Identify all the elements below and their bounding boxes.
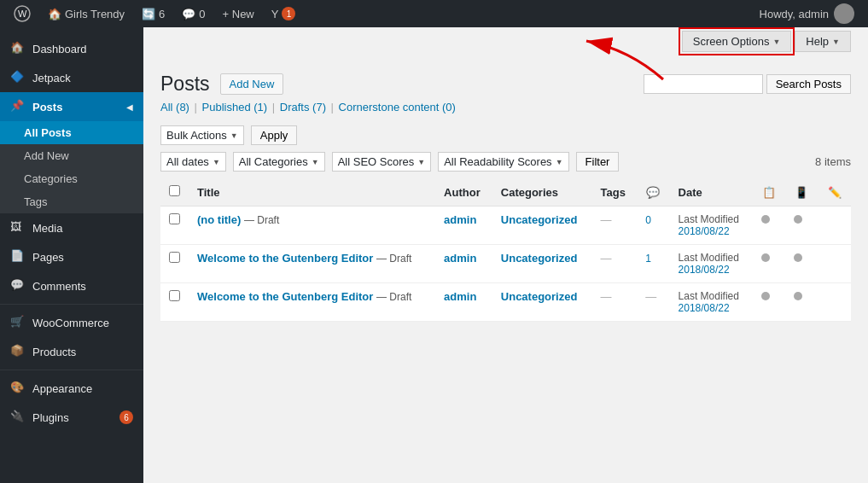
sidebar-item-posts[interactable]: 📌 Posts ◀ <box>0 92 143 121</box>
author-cell: admin <box>435 207 492 245</box>
search-posts-button[interactable]: Search Posts <box>766 74 851 94</box>
post-title-link[interactable]: (no title) <box>197 213 241 226</box>
yoast-item[interactable]: Y 1 <box>265 0 303 27</box>
date-label: Last Modified <box>679 213 739 225</box>
wp-logo[interactable]: W <box>7 0 38 27</box>
add-new-label: Add New <box>24 149 69 162</box>
filter-cornerstone[interactable]: Cornerstone content (0) <box>339 101 456 113</box>
dates-caret: ▼ <box>213 158 220 166</box>
categories-filter[interactable]: All Categories ▼ <box>233 152 325 172</box>
submenu-categories[interactable]: Categories <box>0 167 143 190</box>
post-title-link[interactable]: Welcome to the Gutenberg Editor <box>197 252 373 265</box>
sidebar-item-dashboard[interactable]: 🏠 Dashboard <box>0 34 143 63</box>
comments-item[interactable]: 💬 0 <box>175 0 212 27</box>
row-checkbox-cell <box>160 207 189 245</box>
comments-header: 💬 <box>637 178 669 207</box>
filter-published[interactable]: Published (1) <box>202 101 268 113</box>
screen-options-bar: Screen Options ▼ Help ▼ <box>143 27 868 59</box>
main-layout: 🏠 Dashboard 🔷 Jetpack 📌 Posts ◀ All Post… <box>0 27 868 483</box>
post-status: — Draft <box>244 214 279 226</box>
submenu-all-posts[interactable]: All Posts <box>0 121 143 144</box>
woocommerce-icon: 🛒 <box>10 315 26 330</box>
seo-icon: 📋 <box>762 186 776 199</box>
seo-dot <box>761 292 770 300</box>
sidebar-item-pages[interactable]: 📄 Pages <box>0 242 143 271</box>
sidebar-item-products[interactable]: 📦 Products <box>0 337 143 366</box>
posts-arrow: ◀ <box>126 102 133 112</box>
table-row: Welcome to the Gutenberg Editor — Draft … <box>160 245 851 283</box>
updates-item[interactable]: 🔄 6 <box>135 0 172 27</box>
row-checkbox[interactable] <box>169 290 180 301</box>
edit-icon: ✏️ <box>828 186 842 199</box>
category-link[interactable]: Uncategorized <box>501 252 578 265</box>
title-cell: Welcome to the Gutenberg Editor — Draft <box>189 245 435 283</box>
avatar <box>834 3 854 24</box>
sidebar-item-jetpack[interactable]: 🔷 Jetpack <box>0 63 143 92</box>
comment-bubble-icon: 💬 <box>646 186 660 199</box>
dates-filter[interactable]: All dates ▼ <box>160 152 226 172</box>
category-link[interactable]: Uncategorized <box>501 213 578 226</box>
comment-count: 1 <box>645 253 651 265</box>
submenu-add-new[interactable]: Add New <box>0 144 143 167</box>
seo-caret: ▼ <box>417 158 425 166</box>
svg-text:W: W <box>18 9 27 19</box>
admin-bar: W 🏠 Girls Trendy 🔄 6 💬 0 + New Y 1 Howdy… <box>0 0 868 27</box>
tags-cell: — <box>592 283 638 322</box>
comments-cell: 0 <box>637 207 669 245</box>
comments-cell: 1 <box>637 245 669 283</box>
select-all-col <box>160 178 189 207</box>
appearance-icon: 🎨 <box>10 381 26 396</box>
readability-icon: 📱 <box>795 186 808 199</box>
submenu-tags[interactable]: Tags <box>0 190 143 213</box>
readability-dot-cell <box>785 283 818 322</box>
title-header: Title <box>189 178 435 207</box>
sep2: | <box>272 101 278 113</box>
seo-filter[interactable]: All SEO Scores ▼ <box>332 152 432 172</box>
row-checkbox[interactable] <box>169 213 180 224</box>
menu-separator-2 <box>0 370 143 370</box>
apply-button[interactable]: Apply <box>251 125 298 145</box>
posts-table: Title Author Categories Tags 💬 Date 📋 📱 <box>160 178 851 322</box>
screen-options-button[interactable]: Screen Options ▼ <box>682 31 792 52</box>
new-content-item[interactable]: + New <box>216 0 261 27</box>
filter-drafts[interactable]: Drafts (7) <box>280 101 326 113</box>
readability-filter[interactable]: All Readability Scores ▼ <box>438 152 568 172</box>
search-input[interactable] <box>644 74 763 94</box>
add-new-button[interactable]: Add New <box>220 73 284 95</box>
sidebar-item-label: Pages <box>32 251 64 264</box>
seo-dot <box>761 215 770 224</box>
author-cell: admin <box>435 245 492 283</box>
categories-cell: Uncategorized <box>492 245 592 283</box>
readability-caret: ▼ <box>556 158 563 166</box>
author-link[interactable]: admin <box>444 213 476 226</box>
author-link[interactable]: admin <box>444 252 476 265</box>
category-link[interactable]: Uncategorized <box>501 290 578 303</box>
pages-icon: 📄 <box>10 249 26 265</box>
date-value: 2018/08/22 <box>679 302 730 314</box>
post-title-link[interactable]: Welcome to the Gutenberg Editor <box>197 290 373 303</box>
sidebar-item-woocommerce[interactable]: 🛒 WooCommerce <box>0 308 143 337</box>
help-button[interactable]: Help ▼ <box>795 31 851 52</box>
bulk-actions-dropdown[interactable]: Bulk Actions ▼ <box>160 125 244 145</box>
sidebar-item-media[interactable]: 🖼 Media <box>0 213 143 242</box>
author-link[interactable]: admin <box>444 290 476 303</box>
seo-dot-cell <box>753 245 785 283</box>
comments-icon: 💬 <box>10 278 26 294</box>
row-checkbox[interactable] <box>169 252 180 263</box>
comment-dash: — <box>645 290 656 303</box>
site-name[interactable]: 🏠 Girls Trendy <box>41 0 131 27</box>
sep1: | <box>195 101 201 113</box>
filter-links: All (8) | Published (1) | Drafts (7) | C… <box>143 96 868 119</box>
sidebar-item-comments[interactable]: 💬 Comments <box>0 271 143 300</box>
select-all-checkbox[interactable] <box>169 185 180 196</box>
edit-cell <box>818 245 851 283</box>
date-cell: Last Modified 2018/08/22 <box>670 245 753 283</box>
sidebar-item-label: Posts <box>32 101 62 113</box>
sidebar-item-label: Appearance <box>32 382 92 395</box>
readability-dot <box>794 253 802 262</box>
sidebar-item-plugins[interactable]: 🔌 Plugins 6 <box>0 403 143 432</box>
sidebar-item-appearance[interactable]: 🎨 Appearance <box>0 374 143 403</box>
filter-all[interactable]: All (8) <box>160 101 189 113</box>
media-icon: 🖼 <box>10 220 26 236</box>
filter-button[interactable]: Filter <box>576 152 620 172</box>
